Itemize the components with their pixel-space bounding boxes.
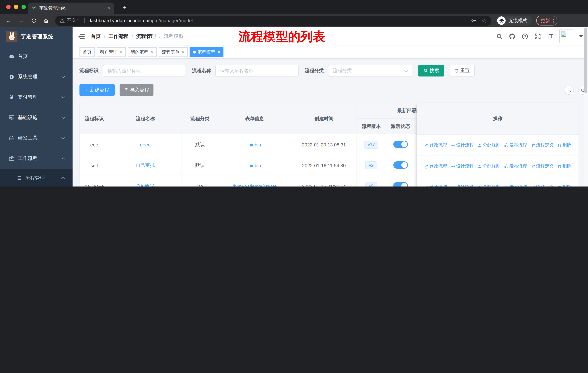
sidebar-item-label: 系统管理: [18, 74, 38, 80]
process-key-input[interactable]: [103, 65, 186, 77]
process-definition-link[interactable]: 流程定义: [531, 142, 554, 148]
form-info-link[interactable]: biubiu: [248, 142, 261, 147]
chevron-down-icon: [61, 116, 65, 119]
sidebar-item-infra[interactable]: 基础设施: [0, 107, 73, 128]
publish-process-link[interactable]: 发布流程: [504, 184, 527, 186]
user-icon: [477, 185, 482, 186]
maximize-window-button[interactable]: [21, 5, 26, 9]
page-scrollbar[interactable]: [584, 27, 588, 186]
process-definition-link[interactable]: 流程定义: [531, 163, 554, 169]
sidebar-item-devtools[interactable]: 研发工具: [0, 128, 73, 148]
avatar[interactable]: [559, 30, 573, 43]
assign-rule-link[interactable]: 分配规则: [477, 184, 500, 186]
delete-link[interactable]: 删除: [557, 163, 571, 169]
import-process-button[interactable]: 导入流程: [120, 84, 153, 96]
form-info-link[interactable]: biubiu: [248, 163, 261, 168]
process-name-link[interactable]: eeee: [140, 142, 151, 147]
bookmark-star-icon[interactable]: ☆: [482, 18, 487, 23]
breadcrumb-workflow[interactable]: 工作流程: [109, 33, 128, 40]
process-name-input[interactable]: [215, 65, 299, 77]
process-category-select[interactable]: 流程分类: [328, 65, 412, 77]
cell-category: 默认: [182, 155, 218, 176]
key-icon[interactable]: [471, 18, 476, 23]
browser-update-button[interactable]: 更新: [536, 16, 557, 26]
close-window-button[interactable]: [6, 5, 10, 9]
design-process-link[interactable]: 设计流程: [451, 163, 474, 169]
address-bar[interactable]: 不安全 dashboard.yudao.iocoder.cn/bpm/manag…: [55, 15, 491, 26]
tag-item[interactable]: 我的流程×: [128, 47, 157, 57]
col-header-active: 激活状态: [386, 119, 415, 134]
process-name-link[interactable]: 自己审批: [136, 162, 155, 168]
active-toggle[interactable]: [393, 182, 408, 186]
create-process-button[interactable]: + 新建流程: [79, 84, 115, 96]
tag-active[interactable]: 流程模型×: [189, 47, 223, 57]
close-icon[interactable]: ×: [182, 50, 184, 55]
tag-item[interactable]: 首页: [79, 47, 95, 57]
reload-icon[interactable]: [30, 18, 38, 23]
action-label: 分配规则: [483, 142, 500, 148]
browser-tab[interactable]: 芋道管理系统 ×: [28, 2, 114, 14]
search-icon[interactable]: [496, 33, 503, 40]
modify-process-link[interactable]: 修改流程: [424, 163, 447, 169]
app-logo[interactable]: 芋道管理系统: [0, 27, 73, 46]
breadcrumb: 首页 / 工作流程 / 流程管理 / 流程模型: [91, 33, 184, 40]
active-toggle[interactable]: [393, 141, 408, 148]
sidebar-item-process-mgmt[interactable]: 流程管理: [0, 169, 73, 186]
col-header-category: 流程分类: [182, 103, 218, 134]
sidebar-item-payment[interactable]: ¥支付管理: [0, 87, 73, 107]
sidebar-item-workflow[interactable]: 工作流程: [0, 148, 73, 169]
close-icon[interactable]: ×: [151, 50, 153, 55]
sidebar-fold-icon[interactable]: [78, 33, 85, 40]
home-icon[interactable]: [42, 18, 50, 23]
font-size-icon[interactable]: TT: [547, 33, 553, 40]
forward-icon[interactable]: →: [17, 18, 25, 24]
search-button[interactable]: 搜索: [418, 65, 444, 77]
tag-item[interactable]: 流程表单×: [158, 47, 188, 57]
tab-close-icon[interactable]: ×: [108, 5, 110, 11]
breadcrumb-home[interactable]: 首页: [91, 33, 101, 40]
delete-link[interactable]: 删除: [557, 184, 571, 186]
publish-process-link[interactable]: 发布流程: [504, 142, 527, 148]
cell-version: v17: [357, 134, 386, 155]
action-label: 分配规则: [483, 184, 500, 186]
form-info-link[interactable]: /bpm/oa/leave/create: [232, 183, 277, 186]
tag-item[interactable]: 租户管理×: [97, 47, 126, 57]
sidebar-item-home[interactable]: 首页: [0, 46, 73, 67]
modify-process-link[interactable]: 修改流程: [424, 184, 447, 186]
caret-down-icon[interactable]: [579, 35, 583, 38]
briefcase-icon: [9, 156, 15, 161]
back-icon[interactable]: ←: [5, 18, 13, 24]
col-header-actions: 操作: [417, 103, 578, 135]
fixed-actions-column: 操作 修改流程设计流程分配规则发布流程流程定义删除修改流程设计流程分配规则发布流…: [417, 103, 578, 186]
github-icon[interactable]: [509, 33, 515, 40]
design-gear-icon: [451, 143, 455, 147]
process-definition-link[interactable]: 流程定义: [531, 184, 554, 186]
design-process-link[interactable]: 设计流程: [451, 142, 474, 148]
row-actions: 修改流程设计流程分配规则发布流程流程定义删除: [417, 135, 578, 156]
sidebar-item-system[interactable]: 系统管理: [0, 67, 73, 87]
design-process-link[interactable]: 设计流程: [451, 184, 474, 186]
new-tab-button[interactable]: +: [120, 3, 129, 12]
publish-process-link[interactable]: 发布流程: [504, 163, 527, 169]
help-icon[interactable]: [522, 33, 528, 40]
delete-link[interactable]: 删除: [557, 142, 571, 148]
kebab-menu-icon[interactable]: [553, 18, 555, 23]
cell-category: OA: [182, 176, 218, 186]
scrollbar-thumb[interactable]: [584, 28, 587, 93]
breadcrumb-process-mgmt[interactable]: 流程管理: [136, 33, 156, 40]
url-text: dashboard.yudao.iocoder.cn/bpm/manager/m…: [88, 18, 193, 23]
cell-created-time: 2022-01-16 11:54:30: [291, 155, 357, 176]
show-search-icon[interactable]: [565, 85, 574, 94]
reset-button[interactable]: 重置: [449, 65, 475, 77]
paperclip-icon: [531, 143, 535, 147]
fullscreen-icon[interactable]: [534, 33, 541, 40]
minimize-window-button[interactable]: [14, 5, 18, 9]
close-icon[interactable]: ×: [218, 50, 220, 55]
active-toggle[interactable]: [393, 161, 408, 169]
assign-rule-link[interactable]: 分配规则: [477, 163, 500, 169]
assign-rule-link[interactable]: 分配规则: [477, 142, 500, 148]
close-icon[interactable]: ×: [120, 50, 123, 55]
security-label[interactable]: 不安全: [67, 18, 80, 24]
process-name-link[interactable]: OA 请假: [136, 183, 154, 186]
modify-process-link[interactable]: 修改流程: [424, 142, 447, 148]
